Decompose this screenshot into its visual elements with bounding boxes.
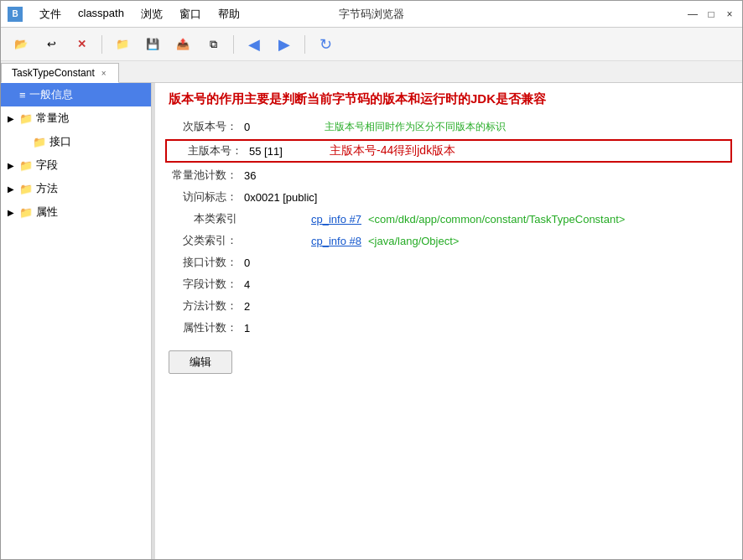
fields-arrow: ▶ <box>8 161 16 170</box>
main-area: ≡ 一般信息 ▶ 📁 常量池 📁 接口 ▶ 📁 字段 ▶ 📁 方法 <box>1 83 742 559</box>
info-panel: 版本号的作用主要是判断当前字节码的版本和运行时的JDK是否兼容 次版本号： 0 … <box>155 83 742 559</box>
toolbar-separator-3 <box>304 35 305 54</box>
info-table: 次版本号： 0 主版本号相同时作为区分不同版本的标识 主版本号： 55 [11]… <box>155 112 742 342</box>
main-window: B 文件 classpath 浏览 窗口 帮助 字节码浏览器 — □ × 📂 ↩… <box>0 0 743 560</box>
refresh-button[interactable]: ↻ <box>312 32 339 57</box>
sidebar-item-interface[interactable]: 📁 接口 <box>1 130 151 153</box>
save-icon: 💾 <box>146 38 159 50</box>
minor-version-value: 0 <box>244 121 311 133</box>
fields-count-label: 字段计数： <box>169 277 244 292</box>
constant-pool-count-row: 常量池计数： 36 <box>155 164 742 186</box>
save-button[interactable]: 💾 <box>139 32 166 57</box>
folder-fields-icon: 📁 <box>19 159 33 172</box>
access-flags-label: 访问标志： <box>169 189 244 205</box>
clone-button[interactable]: ⧉ <box>200 32 226 57</box>
back-button[interactable]: ↩ <box>38 32 65 57</box>
this-class-label: 本类索引 <box>169 211 244 226</box>
sidebar-item-fields-label: 字段 <box>36 158 58 173</box>
menu-bar: 文件 classpath 浏览 窗口 帮助 <box>36 5 243 23</box>
export-button[interactable]: 📤 <box>169 32 196 57</box>
app-logo: B <box>8 7 23 22</box>
this-class-desc: <com/dkd/app/common/constant/TaskTypeCon… <box>368 213 625 226</box>
interface-count-label: 接口计数： <box>169 255 244 270</box>
attributes-arrow: ▶ <box>8 208 16 217</box>
sidebar-item-interface-label: 接口 <box>49 134 71 149</box>
window-title: 字节码浏览器 <box>339 7 404 22</box>
nav-right-icon: ▶ <box>278 35 290 54</box>
nav-left-button[interactable]: ◀ <box>241 32 268 57</box>
major-version-label: 主版本号： <box>174 143 249 158</box>
super-class-row: 父类索引： cp_info #8 <java/lang/Object> <box>155 230 742 251</box>
this-class-link[interactable]: cp_info #7 <box>311 213 361 226</box>
toolbar-separator-1 <box>101 35 102 54</box>
this-class-row: 本类索引 cp_info #7 <com/dkd/app/common/cons… <box>155 208 742 230</box>
fields-count-row: 字段计数： 4 <box>155 273 742 295</box>
nav-left-icon: ◀ <box>248 35 260 54</box>
access-flags-row: 访问标志： 0x0021 [public] <box>155 186 742 208</box>
tab-tasktypeconstant[interactable]: TaskTypeConstant × <box>1 63 119 83</box>
folder-methods-icon: 📁 <box>19 183 33 195</box>
refresh-icon: ↻ <box>320 35 332 54</box>
methods-arrow: ▶ <box>8 184 16 194</box>
nav-right-button[interactable]: ▶ <box>271 32 298 57</box>
fields-count-value: 4 <box>244 278 311 291</box>
folder-constant-pool-icon: 📁 <box>19 112 33 125</box>
tab-label: TaskTypeConstant <box>12 67 95 79</box>
super-class-link[interactable]: cp_info #8 <box>311 235 361 247</box>
window-controls: — □ × <box>687 8 735 20</box>
tab-close-button[interactable]: × <box>100 69 108 78</box>
folder-icon: 📁 <box>116 38 129 50</box>
menu-help[interactable]: 帮助 <box>215 5 243 23</box>
sidebar-item-general[interactable]: ≡ 一般信息 <box>1 83 151 106</box>
constant-pool-arrow: ▶ <box>8 114 16 123</box>
edit-button[interactable]: 编辑 <box>169 350 232 374</box>
compatibility-note: 版本号的作用主要是判断当前字节码的版本和运行时的JDK是否兼容 <box>155 83 742 112</box>
sidebar-item-methods-label: 方法 <box>36 181 58 196</box>
content-area: 版本号的作用主要是判断当前字节码的版本和运行时的JDK是否兼容 次版本号： 0 … <box>155 83 742 559</box>
title-bar-left: B 文件 classpath 浏览 窗口 帮助 <box>8 5 243 23</box>
toolbar: 📂 ↩ ✕ 📁 💾 📤 ⧉ ◀ ▶ ↻ <box>1 28 742 61</box>
interface-count-value: 0 <box>244 257 311 269</box>
open-icon: 📂 <box>14 38 28 50</box>
general-icon: ≡ <box>19 89 26 101</box>
attrs-count-label: 属性计数： <box>169 320 244 335</box>
major-version-note: 主版本号-44得到jdk版本 <box>330 143 455 158</box>
sidebar: ≡ 一般信息 ▶ 📁 常量池 📁 接口 ▶ 📁 字段 ▶ 📁 方法 <box>1 83 152 559</box>
sidebar-item-attributes[interactable]: ▶ 📁 属性 <box>1 200 151 224</box>
close2-icon: ✕ <box>77 38 86 50</box>
sidebar-item-constant-pool[interactable]: ▶ 📁 常量池 <box>1 106 151 130</box>
folder-button[interactable]: 📁 <box>109 32 136 57</box>
folder-attributes-icon: 📁 <box>19 206 33 219</box>
toolbar-separator-2 <box>233 35 234 54</box>
attrs-count-value: 1 <box>244 322 311 334</box>
tab-bar: TaskTypeConstant × <box>1 61 742 83</box>
menu-classpath[interactable]: classpath <box>75 5 127 23</box>
minor-version-label: 次版本号： <box>169 119 244 134</box>
back-icon: ↩ <box>47 38 56 50</box>
open-button[interactable]: 📂 <box>8 32 34 57</box>
attrs-count-row: 属性计数： 1 <box>155 317 742 339</box>
sidebar-item-general-label: 一般信息 <box>29 87 73 102</box>
minor-version-note: 主版本号相同时作为区分不同版本的标识 <box>325 120 506 134</box>
menu-window[interactable]: 窗口 <box>176 5 205 23</box>
title-bar: B 文件 classpath 浏览 窗口 帮助 字节码浏览器 — □ × <box>1 1 742 28</box>
interface-count-row: 接口计数： 0 <box>155 251 742 273</box>
menu-file[interactable]: 文件 <box>36 5 65 23</box>
methods-count-row: 方法计数： 2 <box>155 295 742 317</box>
sidebar-item-constant-pool-label: 常量池 <box>36 111 69 126</box>
sidebar-item-methods[interactable]: ▶ 📁 方法 <box>1 177 151 200</box>
sidebar-item-attributes-label: 属性 <box>36 205 58 220</box>
super-class-label: 父类索引： <box>169 233 244 248</box>
major-version-row: 主版本号： 55 [11] 主版本号-44得到jdk版本 <box>165 139 732 163</box>
menu-browse[interactable]: 浏览 <box>138 5 166 23</box>
minor-version-row: 次版本号： 0 主版本号相同时作为区分不同版本的标识 <box>155 116 742 137</box>
constant-pool-count-value: 36 <box>244 169 311 182</box>
maximize-button[interactable]: □ <box>705 8 717 20</box>
close2-button[interactable]: ✕ <box>68 32 95 57</box>
constant-pool-count-label: 常量池计数： <box>169 168 244 183</box>
sidebar-item-fields[interactable]: ▶ 📁 字段 <box>1 153 151 177</box>
close-button[interactable]: × <box>724 8 735 20</box>
minimize-button[interactable]: — <box>687 8 699 20</box>
folder-interface-icon: 📁 <box>33 136 46 148</box>
super-class-desc: <java/lang/Object> <box>368 235 459 247</box>
